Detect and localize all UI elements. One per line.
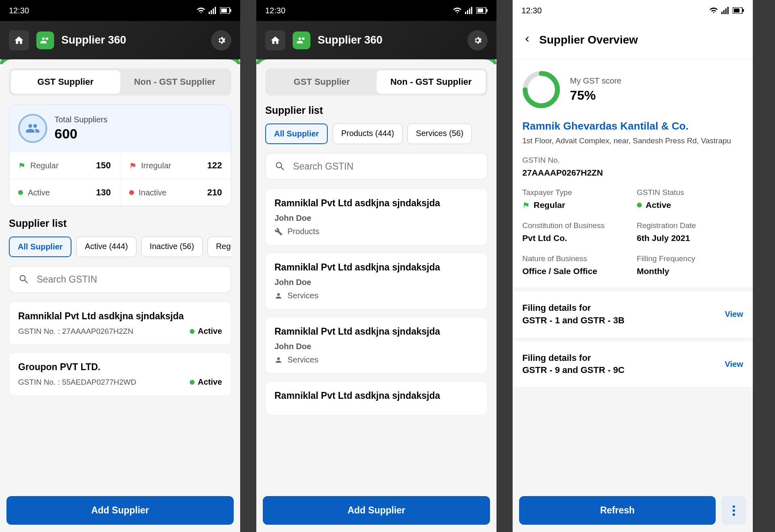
company-address: 1st Floor, Advait Complex, near, Sandesh… bbox=[522, 136, 743, 145]
app-title: Supplier 360 bbox=[318, 34, 383, 46]
supplier-list-heading: Supplier list bbox=[9, 218, 231, 229]
supplier-card[interactable]: Ramniklal Pvt Ltd asdkjna sjndaksjda Joh… bbox=[265, 253, 488, 310]
gst-score-value: 75% bbox=[570, 88, 621, 103]
battery-icon bbox=[476, 7, 488, 14]
stats-card: Total Suppliers 600 Regular 150 Irregula… bbox=[9, 105, 231, 206]
tab-non-gst-supplier[interactable]: Non - GST Supplier bbox=[120, 70, 230, 94]
home-icon bbox=[270, 35, 281, 46]
svg-point-24 bbox=[733, 509, 735, 512]
gear-icon bbox=[216, 35, 226, 46]
nature-value: Office / Sale Office bbox=[522, 266, 629, 276]
supplier-card[interactable]: Ramniklal Pvt Ltd asdkjna sjndaksjda Joh… bbox=[265, 317, 488, 374]
wrench-icon bbox=[274, 228, 283, 236]
svg-rect-7 bbox=[465, 12, 466, 14]
dot-active-icon bbox=[18, 190, 23, 195]
wifi-icon bbox=[453, 7, 462, 14]
supplier-name: Ramniklal Pvt Ltd asdkjna sjndaksjda bbox=[18, 311, 222, 322]
supplier-card[interactable]: Ramniklal Pvt Ltd asdkjna sjndaksjda GST… bbox=[9, 302, 231, 345]
search-icon bbox=[274, 161, 286, 172]
filing-card-gstr9-9c[interactable]: Filing details for GSTR - 9 and GSTR - 9… bbox=[513, 341, 753, 387]
home-button[interactable] bbox=[9, 30, 29, 50]
filing-line1: Filing details for bbox=[522, 302, 624, 314]
search-input[interactable] bbox=[37, 274, 222, 285]
svg-rect-13 bbox=[486, 9, 488, 12]
svg-rect-6 bbox=[230, 9, 231, 12]
regdate-value: 6th July 2021 bbox=[637, 233, 744, 243]
tab-gst-supplier[interactable]: GST Supplier bbox=[11, 70, 120, 94]
dot-icon bbox=[190, 329, 195, 334]
add-supplier-button[interactable]: Add Supplier bbox=[263, 496, 490, 525]
freq-label: Filling Frequency bbox=[637, 254, 744, 263]
supplier-card[interactable]: Ramniklal Pvt Ltd asdkjna sjndaksjda bbox=[265, 381, 488, 415]
svg-rect-15 bbox=[723, 10, 725, 14]
add-supplier-button[interactable]: Add Supplier bbox=[6, 496, 234, 525]
supplier-card[interactable]: Ramniklal Pvt Ltd asdkjna sjndaksjda Joh… bbox=[265, 189, 488, 245]
chip-all-supplier[interactable]: All Supplier bbox=[265, 124, 328, 144]
svg-rect-0 bbox=[209, 12, 210, 14]
chevron-left-icon bbox=[522, 34, 532, 44]
chip-active[interactable]: Active (444) bbox=[76, 237, 136, 257]
back-button[interactable] bbox=[522, 34, 532, 46]
settings-button[interactable] bbox=[467, 30, 488, 50]
people-icon bbox=[296, 35, 307, 46]
settings-button[interactable] bbox=[211, 30, 231, 50]
view-link[interactable]: View bbox=[725, 310, 743, 319]
search-box[interactable] bbox=[265, 153, 488, 180]
chip-inactive[interactable]: Inactive (56) bbox=[141, 237, 203, 257]
total-suppliers-label: Total Suppliers bbox=[54, 115, 107, 124]
chip-products[interactable]: Products (444) bbox=[333, 124, 402, 144]
view-link[interactable]: View bbox=[725, 360, 743, 369]
supplier-gstin: GSTIN No. : 27AAAAP0267H2ZN bbox=[18, 327, 133, 336]
stat-inactive: Inactive 210 bbox=[120, 179, 231, 206]
home-button[interactable] bbox=[265, 30, 285, 50]
app-header: Supplier 360 bbox=[0, 21, 240, 59]
people-icon bbox=[25, 121, 40, 136]
gst-score-label: My GST score bbox=[570, 76, 621, 86]
overview-title: Supplier Overview bbox=[539, 34, 638, 46]
stat-active: Active 130 bbox=[9, 179, 120, 206]
irregular-label: Irregular bbox=[141, 161, 171, 170]
stat-irregular: Irregular 122 bbox=[120, 152, 231, 179]
search-input[interactable] bbox=[293, 161, 478, 172]
freq-value: Monthly bbox=[637, 266, 744, 276]
refresh-button[interactable]: Refresh bbox=[519, 496, 716, 525]
chip-regular[interactable]: Regular bbox=[207, 237, 231, 257]
taxpayer-type-label: Taxpayer Type bbox=[522, 188, 629, 197]
filing-card-gstr1-3b[interactable]: Filing details for GSTR - 1 and GSTR - 3… bbox=[513, 291, 753, 337]
flag-icon bbox=[129, 162, 136, 169]
status-time: 12:30 bbox=[9, 6, 29, 15]
company-name: Ramnik Ghevardas Kantilal & Co. bbox=[522, 120, 743, 132]
person-icon bbox=[274, 356, 283, 364]
svg-rect-3 bbox=[215, 7, 216, 14]
flag-icon bbox=[522, 201, 530, 209]
dot-inactive-icon bbox=[129, 190, 134, 195]
app-logo bbox=[36, 31, 54, 49]
search-box[interactable] bbox=[9, 266, 231, 293]
tab-non-gst-supplier[interactable]: Non - GST Supplier bbox=[377, 70, 486, 94]
signal-icon bbox=[209, 7, 217, 14]
battery-icon bbox=[733, 7, 744, 14]
wifi-icon bbox=[197, 7, 205, 14]
more-button[interactable] bbox=[721, 496, 746, 525]
people-icon bbox=[40, 35, 50, 46]
screen-non-gst-supplier: 12:30 Supplier 360 GST Supplier Non - GS… bbox=[256, 0, 496, 532]
constitution-value: Pvt Ltd Co. bbox=[522, 233, 629, 243]
app-header: Supplier 360 bbox=[256, 21, 496, 59]
supplier-type-label: Products bbox=[287, 227, 319, 236]
supplier-card[interactable]: Groupon PVT LTD. GSTIN No. : 55AEDAP0277… bbox=[9, 352, 231, 396]
filing-line2: GSTR - 1 and GSTR - 3B bbox=[522, 314, 624, 327]
inactive-value: 210 bbox=[207, 187, 222, 198]
tab-gst-supplier[interactable]: GST Supplier bbox=[267, 70, 377, 94]
inactive-label: Inactive bbox=[139, 188, 167, 197]
chip-services[interactable]: Services (56) bbox=[407, 124, 472, 144]
regular-label: Regular bbox=[30, 161, 59, 170]
total-suppliers-value: 600 bbox=[54, 126, 107, 142]
svg-rect-1 bbox=[211, 10, 212, 14]
supplier-contact: John Doe bbox=[274, 342, 478, 351]
chip-all-supplier[interactable]: All Supplier bbox=[9, 237, 71, 257]
status-icons bbox=[453, 7, 488, 14]
wifi-icon bbox=[709, 7, 718, 14]
filing-line2: GSTR - 9 and GSTR - 9C bbox=[522, 364, 624, 377]
app-title: Supplier 360 bbox=[61, 34, 126, 46]
svg-point-23 bbox=[733, 505, 735, 508]
